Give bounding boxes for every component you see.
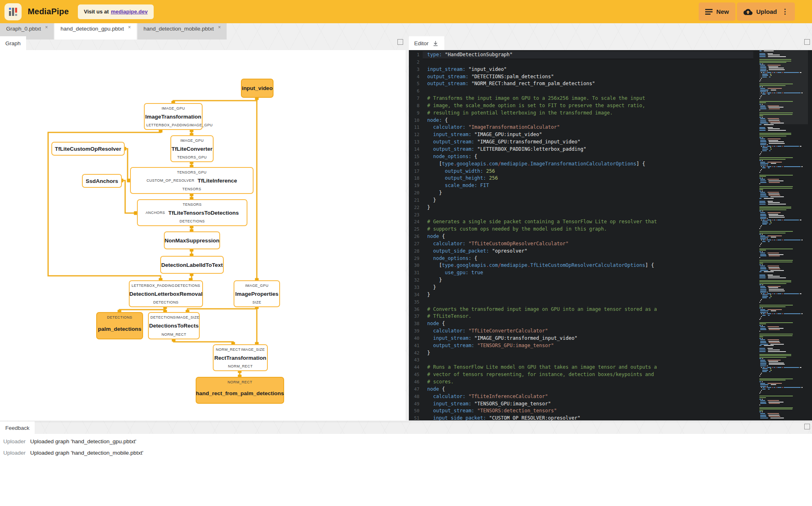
node-title-row: NonMaxSuppression [166,233,218,247]
graph-node-DetectionLabelIdToText[interactable]: DetectionLabelIdToText [160,256,224,274]
code-line-31: 31use_gpu: true [409,269,753,277]
code-token: # Runs a TensorFlow Lite model on GPU th… [427,364,657,370]
graph-canvas[interactable]: input_videoIMAGE_GPUImageTransformationL… [0,50,406,420]
code-line-39: 39calculator: "TfLiteConverterCalculator… [409,328,753,335]
code-line-text: # supports custom ops needed by the mode… [423,226,753,233]
close-tab-icon[interactable]: × [218,24,221,30]
line-number: 45 [409,371,423,378]
node-title: DetectionsToRects [149,323,199,329]
code-line-text: output_width: 256 [423,168,753,175]
upload-button[interactable]: Upload ⋮ [737,2,795,21]
node-top-ports: TENSORS_GPU [132,169,251,175]
download-icon[interactable] [432,40,439,47]
port-label: IMAGE_GPU [245,284,268,288]
code-token: node [427,386,439,392]
code-token: calculator: [433,124,465,130]
graph-node-TfLiteCustomOpResolver[interactable]: TfLiteCustomOpResolver [51,142,125,156]
code-line-24: 24# Generates a single side packet conta… [409,218,753,226]
close-tab-icon[interactable]: × [45,24,48,30]
line-number: 33 [409,284,423,291]
line-number: 51 [409,415,423,420]
code-line-text: output_stream: "NORM_RECT:hand_rect_from… [423,80,753,88]
graph-node-RectTransformation[interactable]: NORM_RECTIMAGE_SIZERectTransformationNOR… [213,344,268,371]
code-line-text: input_stream: "IMAGE_GPU:transformed_inp… [423,335,753,342]
port-label: DETECTIONS [107,315,132,319]
code-line-text: node { [423,386,753,393]
editor-panel-expand-icon[interactable] [804,39,810,45]
close-tab-icon[interactable]: × [128,24,131,30]
code-line-43: 43 [409,356,753,364]
new-button[interactable]: New [699,2,735,21]
line-number: 7 [409,95,423,102]
code-line-text: # Converts the transformed input image o… [423,306,753,313]
code-token: output_width: [445,168,483,174]
code-token: output_height: [445,175,486,181]
graph-node-NonMaxSuppression[interactable]: NonMaxSuppression [164,231,220,249]
graph-node-TfLiteInference[interactable]: TENSORS_GPUCUSTOM_OP_RESOLVERTfLiteInfer… [130,167,254,194]
mediapipe-dev-link[interactable]: mediapipe.dev [111,9,148,15]
line-number: 19 [409,182,423,189]
port-label: TENSORS [183,202,201,207]
code-token: # vector of tensors representing, for in… [427,372,654,377]
code-line-text: # Transforms the input image on GPU to a… [423,95,753,102]
code-line-6: 6 [409,88,753,95]
code-token: input_stream: [433,335,471,341]
graph-node-TfLiteTensorsToDetections[interactable]: TENSORSANCHORSTfLiteTensorsToDetectionsD… [137,199,247,226]
graph-node-ImageTransformation[interactable]: IMAGE_GPUImageTransformationLETTERBOX_PA… [144,103,203,130]
port-label: DETECTIONS [150,315,176,319]
code-line-text: # scores. [423,378,753,386]
node-title: palm_detections [98,326,141,332]
line-number: 49 [409,400,423,408]
tab-editor[interactable]: Editor [409,36,444,50]
port-label: IMAGE_SIZE [241,348,265,352]
code-token: output_stream: [427,74,468,79]
graph-node-TfLiteConverter[interactable]: IMAGE_GPUTfLiteConverterTENSORS_GPU [170,135,214,162]
code-line-text: input_side_packet: "CUSTOM_OP_RESOLVER:o… [423,415,753,420]
feedback-message: Uploaded graph 'hand_detection_gpu.pbtxt… [29,438,136,444]
code-line-7: 7# Transforms the input image on GPU to … [409,95,753,102]
graph-node-input_video[interactable]: input_video [241,79,274,98]
graph-node-ImageProperties[interactable]: IMAGE_GPUImagePropertiesSIZE [234,280,280,307]
line-number: 10 [409,117,423,124]
code-line-text: } [423,204,753,211]
port-label: DETECTIONS [179,219,205,223]
tab-graph[interactable]: Graph [0,36,26,50]
code-token: "TENSORS_GPU:image_tensor" [477,343,554,348]
code-line-8: 8# image, the scale_mode option is set t… [409,102,753,110]
code-token: } [427,292,430,297]
graph-panel-expand-icon[interactable] [397,39,403,45]
code-line-text: node_options: { [423,255,753,262]
graph-node-hand_rect_from_palm_detections[interactable]: NORM_RECThand_rect_from_palm_detections [196,377,284,404]
tab-feedback[interactable]: Feedback [0,422,35,434]
editor-minimap[interactable] [759,50,808,420]
port-label: LETTERBOX_PADDING [146,123,190,127]
line-number: 37 [409,313,423,320]
node-title: hand_rect_from_palm_detections [196,390,284,396]
graph-node-DetectionsToRects[interactable]: DETECTIONSIMAGE_SIZEDetectionsToRectsNOR… [148,312,200,339]
editor-tab-label: Editor [414,40,428,46]
code-editor[interactable]: 1type: "HandDetectionSubgraph"23input_st… [409,50,812,420]
graph-node-palm_detections[interactable]: DETECTIONSpalm_detections [96,312,143,339]
upload-menu-kebab-icon[interactable]: ⋮ [781,7,788,16]
code-token [474,408,477,414]
line-number: 2 [409,59,423,66]
line-number: 5 [409,80,423,88]
file-tab-hand_detection_mobile.pbtxt[interactable]: hand_detection_mobile.pbtxt× [137,23,227,40]
line-number: 8 [409,102,423,110]
code-token: # TfLiteTensor. [427,313,471,319]
graph-node-DetectionLetterboxRemoval[interactable]: LETTERBOX_PADDINGDETECTIONSDetectionLett… [129,280,203,307]
code-line-text: output_side_packet: "opresolver" [423,248,753,255]
line-number: 6 [409,88,423,95]
code-lines[interactable]: 1type: "HandDetectionSubgraph"23input_st… [409,51,753,420]
node-title-row: DetectionLabelIdToText [163,258,221,272]
code-line-text [423,356,753,364]
code-line-text: calculator: "ImageTransformationCalculat… [423,124,753,131]
file-tab-hand_detection_gpu.pbtxt[interactable]: hand_detection_gpu.pbtxt× [55,23,137,40]
code-token: FIT [480,183,489,188]
graph-node-SsdAnchors[interactable]: SsdAnchors [82,174,122,188]
code-token: "IMAGE_GPU:input_video" [474,132,542,137]
code-token: node_options: [433,255,471,261]
code-line-text: } [423,350,753,357]
code-line-37: 37# TfLiteTensor. [409,313,753,320]
line-number: 46 [409,378,423,386]
